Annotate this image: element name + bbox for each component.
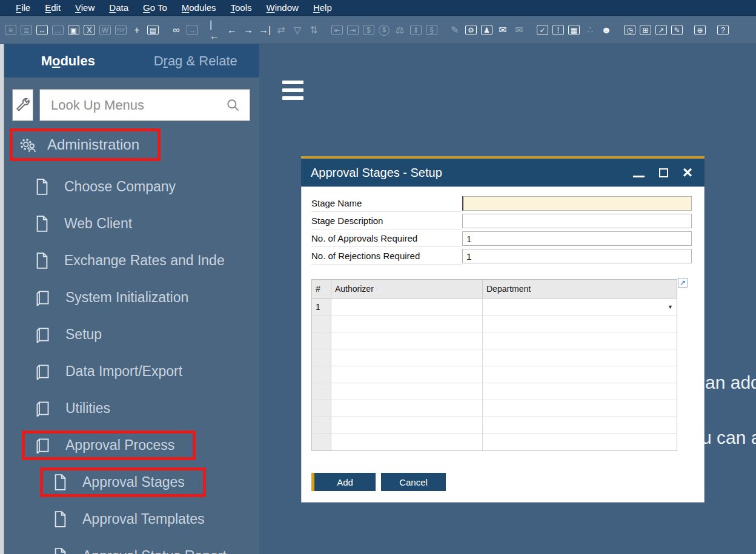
messages-icon[interactable]: ✉ [497, 24, 509, 36]
minimize-icon[interactable] [633, 176, 645, 177]
field-input-stage-name[interactable] [462, 196, 692, 211]
menu-item-help[interactable]: Help [313, 2, 332, 13]
sidebar-item-approval-templates[interactable]: Approval Templates [4, 501, 259, 538]
calendar-icon[interactable]: ↔ [36, 25, 48, 35]
sort-icon[interactable]: ⇅ [308, 24, 320, 36]
add-button[interactable]: Add [311, 473, 376, 491]
authorizer-cell[interactable] [331, 417, 483, 434]
web-browser-icon[interactable]: ⊕ [694, 25, 706, 35]
authorizer-cell[interactable] [331, 349, 483, 366]
column-header-authorizer[interactable]: Authorizer [331, 280, 483, 298]
export-excel-icon[interactable]: X [84, 25, 95, 35]
table-row[interactable] [312, 349, 677, 366]
tab-modules[interactable]: Modules [4, 53, 132, 69]
sidebar-item-utilities[interactable]: Utilities [4, 390, 259, 427]
table-row[interactable]: 1▼ [312, 298, 677, 315]
document-search-icon[interactable]: § [426, 25, 437, 35]
search-input[interactable] [40, 97, 225, 113]
table-row[interactable] [312, 332, 677, 349]
field-input-no-of-rejections-required[interactable] [462, 248, 692, 264]
previous-record-icon[interactable]: ← [226, 24, 238, 36]
menu-item-data[interactable]: Data [109, 2, 128, 13]
sidebar-item-exchange-rates-and-inde[interactable]: Exchange Rates and Inde [4, 242, 259, 279]
tab-drag-relate[interactable]: Drag & Relate [132, 53, 260, 69]
department-cell[interactable] [483, 383, 677, 400]
find-binoculars-icon[interactable]: ∞ [170, 24, 182, 36]
next-form-icon[interactable]: ⇥ [347, 25, 359, 35]
split-document-icon[interactable]: ‖ [410, 25, 422, 35]
sidebar-item-data-import-export[interactable]: Data Import/Export [4, 353, 259, 390]
table-row[interactable] [312, 417, 677, 434]
department-cell[interactable] [483, 366, 677, 383]
document-currency-icon[interactable]: $ [363, 25, 374, 35]
menu-item-view[interactable]: View [75, 2, 94, 13]
no-of-rejections-required-input[interactable] [462, 249, 692, 263]
documents-icon[interactable]: ▣ [68, 25, 79, 35]
sidebar-item-approval-process[interactable]: Approval Process [4, 427, 259, 464]
next-record-icon[interactable]: → [242, 24, 254, 36]
scales-icon[interactable]: ⚖ [394, 24, 406, 36]
dropdown-arrow-icon[interactable]: ▼ [668, 304, 673, 310]
hamburger-menu-icon[interactable] [282, 81, 303, 104]
export-pdf-icon[interactable]: PDF [115, 25, 127, 35]
settings-window-icon[interactable]: ⚙ [465, 25, 477, 35]
field-input-stage-description[interactable] [462, 213, 692, 229]
menu-item-go-to[interactable]: Go To [143, 2, 167, 13]
sidebar-item-approval-stages[interactable]: Approval Stages [4, 464, 259, 501]
authorizer-cell[interactable] [331, 366, 483, 383]
first-record-icon[interactable]: |← [210, 24, 222, 36]
help-icon[interactable]: ? [717, 25, 729, 35]
menu-item-file[interactable]: File [16, 2, 30, 13]
stage-name-input[interactable] [462, 196, 692, 211]
sidebar-item-approval-status-report[interactable]: Approval Status Report [4, 538, 259, 554]
department-cell[interactable] [483, 434, 677, 450]
user-icon[interactable]: ☻ [600, 24, 612, 36]
maximize-icon[interactable] [659, 168, 668, 177]
authorizer-cell[interactable] [331, 434, 483, 450]
link-arrow-icon[interactable]: → [187, 25, 198, 35]
stage-description-input[interactable] [462, 214, 692, 228]
field-input-no-of-approvals-required[interactable] [462, 231, 692, 246]
export-word-icon[interactable]: W [99, 25, 111, 35]
print-icon[interactable]: ≣ [21, 25, 32, 35]
authorizer-cell[interactable] [331, 315, 483, 332]
table-row[interactable] [312, 383, 677, 400]
menu-item-modules[interactable]: Modules [182, 2, 216, 13]
checklist-icon[interactable]: ✓ [537, 25, 548, 35]
close-icon[interactable]: × [683, 167, 692, 179]
column-header-department[interactable]: Department [483, 280, 677, 298]
menu-item-tools[interactable]: Tools [230, 2, 251, 13]
authorizer-cell[interactable] [331, 298, 483, 315]
preview-icon[interactable]: ≡ [5, 25, 16, 35]
sidebar-item-setup[interactable]: Setup [4, 316, 259, 353]
alerts-icon[interactable]: ♟ [481, 25, 492, 35]
authorizer-cell[interactable] [331, 332, 483, 349]
filter-icon[interactable]: ▽ [291, 24, 303, 36]
previous-form-icon[interactable]: ⇤ [331, 25, 343, 35]
grid-window-icon[interactable]: ⊞ [640, 25, 651, 35]
sidebar-item-administration[interactable]: Administration [4, 125, 259, 164]
alert-card-icon[interactable]: ! [552, 25, 564, 35]
table-row[interactable] [312, 315, 677, 332]
sidebar-item-system-initialization[interactable]: System Initialization [4, 279, 259, 316]
calculator-icon[interactable]: ▦ [568, 25, 580, 35]
column-header-num[interactable]: # [312, 280, 331, 298]
org-chart-icon[interactable]: ∴ [584, 24, 596, 36]
department-cell[interactable] [483, 400, 677, 417]
report-edit-window-icon[interactable]: ✎ [671, 25, 683, 35]
authorizer-cell[interactable] [331, 383, 483, 400]
cancel-button[interactable]: Cancel [381, 473, 446, 491]
table-row[interactable] [312, 434, 677, 450]
table-row[interactable] [312, 400, 677, 417]
sidebar-item-choose-company[interactable]: Choose Company [4, 168, 259, 205]
department-cell[interactable]: ▼ [483, 298, 677, 315]
authorizer-cell[interactable] [331, 400, 483, 417]
remarks-icon[interactable]: … [52, 25, 64, 35]
menu-item-edit[interactable]: Edit [45, 2, 61, 13]
table-expand-icon[interactable]: ↗ [678, 278, 688, 288]
customize-menu-button[interactable] [12, 89, 33, 121]
move-icon[interactable]: + [131, 24, 143, 36]
department-cell[interactable] [483, 417, 677, 434]
table-row[interactable] [312, 366, 677, 383]
department-cell[interactable] [483, 315, 677, 332]
